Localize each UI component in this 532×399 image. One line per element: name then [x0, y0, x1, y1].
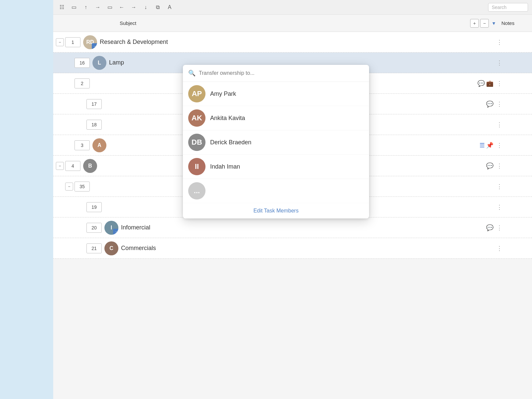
arrow-left-icon[interactable]: ← — [117, 3, 126, 12]
row-number: 16 — [74, 58, 90, 68]
edit-task-members-button[interactable]: Edit Task Members — [183, 203, 369, 218]
collapse-button[interactable]: − — [56, 38, 64, 46]
grid-icon[interactable]: ☷ — [57, 3, 66, 12]
paperclip-icon: 📌 — [486, 142, 493, 149]
row-icons: 💬 — [486, 100, 493, 108]
avatar-derick-braeden: DB — [188, 134, 205, 151]
row-icons: 💬 — [486, 162, 493, 170]
row-number: 3 — [74, 140, 90, 150]
arrow-right-icon[interactable]: → — [93, 3, 102, 12]
more-options-button[interactable]: ⋮ — [496, 39, 503, 46]
collapse-button[interactable]: − — [65, 183, 73, 191]
square2-icon[interactable]: ▭ — [105, 3, 114, 12]
more-options-button[interactable]: ⋮ — [496, 59, 503, 66]
table-header: Subject + − ▼ Notes — [53, 15, 532, 32]
header-controls: + − ▼ — [470, 19, 496, 28]
toolbar: ☷ ▭ ↑ → ▭ ← → ↓ ⧉ A Search — [53, 0, 532, 15]
row-label: Commercials — [121, 245, 496, 252]
collapse-button[interactable]: − — [56, 162, 64, 170]
chat-icon: 💬 — [486, 100, 493, 108]
dropdown-search-row: 🔍 — [183, 65, 369, 82]
avatar: B — [83, 159, 97, 173]
content-area: ☷ ▭ ↑ → ▭ ← → ↓ ⧉ A Search Subject + − ▼… — [53, 0, 532, 399]
arrow-down-icon[interactable]: ↓ — [141, 3, 150, 12]
left-sidebar — [0, 0, 53, 399]
text-icon[interactable]: A — [165, 3, 174, 12]
dropdown-item-indah-iman[interactable]: II Indah Iman — [183, 155, 369, 179]
row-number: 35 — [74, 182, 90, 192]
transfer-search-input[interactable] — [199, 70, 364, 76]
row-number: 2 — [74, 78, 90, 88]
dropdown-name-derick-braeden: Derick Braeden — [210, 139, 251, 146]
dropdown-item-amy-park[interactable]: AP Amy Park — [183, 82, 369, 106]
search-icon: 🔍 — [188, 69, 196, 77]
row-number: 19 — [86, 202, 102, 212]
row-label: Research & Development — [100, 39, 496, 46]
filter-icon[interactable]: ▼ — [491, 21, 496, 26]
dropdown-name-indah-iman: Indah Iman — [210, 163, 240, 170]
table-row: 21 C Commercials ⋮ — [53, 238, 532, 259]
briefcase-icon: 💼 — [486, 80, 493, 87]
more-options-button[interactable]: ⋮ — [496, 224, 503, 231]
row-icons: 💬 — [486, 224, 493, 231]
table-row: − 1 RD → Research & Development ⋮ — [53, 32, 532, 53]
avatar-arrow-icon: → — [92, 43, 97, 49]
row-number: 20 — [86, 223, 102, 233]
collapse-all-button[interactable]: − — [480, 19, 489, 28]
dropdown-name-amy-park: Amy Park — [210, 90, 236, 97]
row-number: 17 — [86, 99, 102, 109]
avatar: A — [92, 138, 106, 152]
row-label: Infomercial — [121, 224, 486, 231]
avatar-indah-iman: II — [188, 158, 205, 175]
more-options-button[interactable]: ⋮ — [496, 162, 503, 170]
more-options-button[interactable]: ⋮ — [496, 245, 503, 252]
chat-icon: 💬 — [486, 162, 493, 170]
subject-header: Subject — [120, 20, 470, 26]
row-number: 18 — [86, 120, 102, 130]
expand-all-button[interactable]: + — [470, 19, 479, 28]
avatar: I → — [104, 221, 118, 235]
more-options-button[interactable]: ⋮ — [496, 203, 503, 211]
copy-icon[interactable]: ⧉ — [153, 3, 162, 12]
chat-icon: 💬 — [477, 80, 485, 87]
avatar-amy-park: AP — [188, 85, 205, 102]
arrow-up-icon[interactable]: ↑ — [81, 3, 90, 12]
dropdown-item-derick-braeden[interactable]: DB Derick Braeden — [183, 130, 369, 155]
row-number: 1 — [65, 37, 80, 47]
row-number: 4 — [65, 161, 80, 171]
transfer-ownership-dropdown: 🔍 AP Amy Park AK Ankita Kavita DB Derick… — [183, 65, 369, 218]
more-options-button[interactable]: ⋮ — [496, 80, 503, 87]
more-options-button[interactable]: ⋮ — [496, 183, 503, 190]
list-icon: ☰ — [479, 142, 485, 149]
avatar: C — [104, 241, 118, 255]
row-icons: 💬 💼 — [477, 80, 493, 87]
dropdown-item-ankita-kavita[interactable]: AK Ankita Kavita — [183, 106, 369, 130]
arrow-right2-icon[interactable]: → — [129, 3, 138, 12]
avatar-arrow-icon: → — [113, 229, 118, 235]
table-row: 20 I → Infomercial 💬 ⋮ — [53, 217, 532, 238]
row-number: 21 — [86, 243, 102, 253]
more-options-button[interactable]: ⋮ — [496, 100, 503, 108]
chat-icon: 💬 — [486, 224, 493, 231]
dropdown-item-partial[interactable]: ... — [183, 179, 369, 203]
avatar: L — [92, 56, 106, 70]
search-input[interactable]: Search — [488, 3, 528, 12]
avatar: RD → — [83, 35, 97, 49]
square-icon[interactable]: ▭ — [69, 3, 78, 12]
more-options-button[interactable]: ⋮ — [496, 121, 503, 128]
row-icons: ☰ 📌 — [479, 142, 493, 149]
avatar-partial: ... — [188, 182, 205, 200]
avatar-ankita-kavita: AK — [188, 109, 205, 127]
more-options-button[interactable]: ⋮ — [496, 142, 503, 149]
dropdown-name-ankita-kavita: Ankita Kavita — [210, 115, 245, 122]
notes-header: Notes — [501, 20, 528, 26]
